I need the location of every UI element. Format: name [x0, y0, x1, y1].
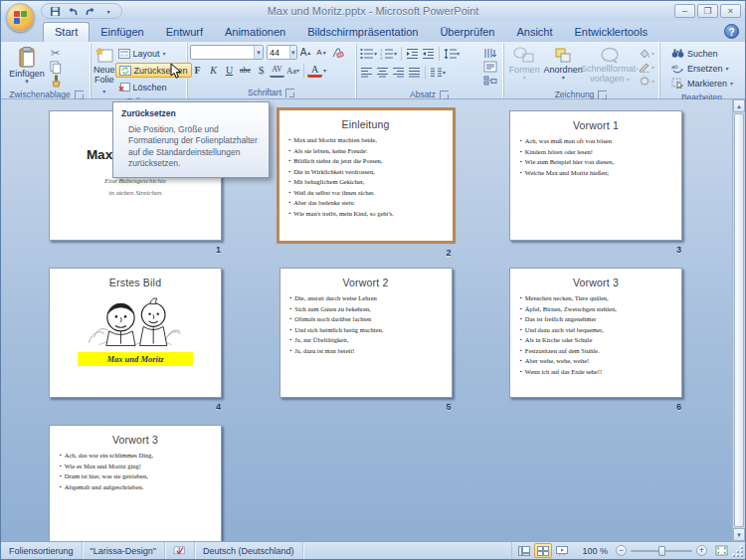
replace-button[interactable]: ab Ersetzen▾ — [668, 61, 736, 76]
italic-button[interactable]: K — [206, 63, 221, 78]
grow-font-button[interactable]: A▲ — [298, 45, 313, 60]
slide-thumbnail-4[interactable]: Erstes Bild Max und Moritz — [49, 268, 222, 398]
underline-button[interactable]: U — [222, 63, 237, 78]
bullet-text: Wie es Max und Moritz ging! — [65, 462, 141, 472]
slide-sorter-view-button[interactable] — [534, 543, 552, 558]
bold-button[interactable]: F — [190, 63, 205, 78]
font-color-button[interactable]: A — [307, 63, 322, 78]
drawing-dialog-launcher[interactable] — [598, 91, 607, 99]
office-logo-icon — [14, 11, 27, 24]
slide-bullet-list: ▪Die, anstatt durch weise Lehren▪Sich zu… — [280, 288, 452, 356]
bullet-text: Und sich heimlich lustig machten. — [294, 325, 383, 336]
new-slide-button[interactable]: Neue Folie ▾ — [93, 45, 115, 95]
slide-thumbnail-5[interactable]: Vorwort 2▪Die, anstatt durch weise Lehre… — [280, 268, 453, 398]
office-button[interactable] — [6, 3, 35, 32]
tab-einfgen[interactable]: Einfügen — [90, 23, 154, 42]
find-button[interactable]: Suchen — [668, 46, 736, 61]
bullet-text: Aber das bedenke stets: — [293, 198, 355, 209]
bullet-text: Ja, zur Übeltätigkeit, — [294, 335, 348, 346]
bullet-text: Welche Max und Moritz hießen; — [525, 168, 609, 179]
line-spacing-button[interactable]: ▾ — [443, 46, 461, 61]
bullet-icon: ▪ — [520, 335, 522, 346]
layout-button[interactable]: Layout▾ — [115, 46, 192, 61]
paragraph-dialog-launcher[interactable] — [440, 91, 449, 99]
slide-title: Erstes Bild — [50, 277, 221, 288]
vertical-scrollbar[interactable]: ▲ ▼ — [732, 99, 745, 541]
strikethrough-button[interactable]: abc — [238, 63, 253, 78]
chevron-down-icon[interactable]: ▾ — [323, 67, 326, 74]
tab-animationen[interactable]: Animationen — [214, 23, 296, 42]
scroll-up-icon[interactable]: ▲ — [733, 99, 745, 112]
bullet-icon: ▪ — [289, 135, 291, 146]
text-shadow-button[interactable]: S — [254, 63, 269, 78]
tab-berprfen[interactable]: Überprüfen — [429, 23, 505, 42]
chevron-down-icon[interactable]: ▼ — [289, 46, 296, 59]
delete-slide-button[interactable]: Löschen — [115, 80, 192, 94]
shape-outline-button[interactable]: ▾ — [638, 60, 655, 74]
character-spacing-button[interactable]: AV — [270, 63, 284, 78]
slide-thumbnail-3[interactable]: Vorwort 1▪Ach, was muß man oft von bösen… — [509, 110, 682, 241]
shape-fill-button[interactable]: ▾ — [638, 46, 655, 60]
paste-button[interactable]: Einfügen ▼ — [6, 45, 48, 89]
bullet-icon: ▪ — [289, 209, 291, 220]
restore-button[interactable]: ❐ — [697, 4, 718, 18]
slideshow-view-button[interactable] — [553, 543, 571, 558]
zoom-out-button[interactable]: − — [616, 545, 627, 556]
fit-to-window-button[interactable] — [713, 544, 729, 558]
tab-bildschirmprsentation[interactable]: Bildschirmpräsentation — [296, 23, 429, 42]
format-painter-icon[interactable] — [48, 74, 63, 88]
clear-formatting-button[interactable] — [330, 45, 345, 60]
window-controls: – ❐ × — [674, 4, 745, 18]
increase-indent-button[interactable] — [421, 46, 436, 61]
shrink-font-button[interactable]: A▼ — [314, 45, 329, 60]
slide-thumbnail-6[interactable]: Vorwort 3▪Menschen necken, Tiere quälen,… — [509, 268, 682, 398]
status-view-mode[interactable]: Foliensortierung — [1, 542, 83, 559]
resize-grip[interactable] — [733, 542, 745, 559]
tab-entwicklertools[interactable]: Entwicklertools — [564, 23, 658, 42]
tab-entwurf[interactable]: Entwurf — [155, 23, 214, 42]
font-dialog-launcher[interactable] — [285, 89, 294, 97]
clipboard-dialog-launcher[interactable] — [75, 91, 84, 99]
zoom-percent[interactable]: 100 % — [574, 546, 616, 556]
decrease-indent-button[interactable] — [405, 46, 420, 61]
status-design-name[interactable]: "Larissa-Design" — [83, 542, 165, 559]
status-spellcheck[interactable] — [165, 542, 195, 559]
scrollbar-thumb[interactable] — [734, 113, 744, 527]
arrange-button[interactable]: Anordnen ▾ — [542, 45, 584, 89]
align-center-button[interactable] — [375, 65, 390, 80]
zoom-track[interactable] — [631, 550, 692, 552]
numbering-button[interactable]: 123▾ — [379, 46, 398, 61]
quick-styles-button[interactable]: Schnellformat- vorlagen ▾ — [584, 45, 636, 89]
chevron-down-icon[interactable]: ▼ — [254, 46, 263, 59]
slide-thumbnail-7[interactable]: Vorwort 3▪Ach, das war ein schlimmes Din… — [49, 425, 222, 541]
align-text-button[interactable] — [481, 60, 499, 74]
scroll-down-icon[interactable]: ▼ — [733, 528, 745, 541]
justify-button[interactable] — [407, 65, 422, 80]
minimize-button[interactable]: – — [674, 4, 695, 18]
change-case-button[interactable]: Aa▾ — [285, 63, 300, 78]
zoom-thumb[interactable] — [658, 546, 665, 556]
zoom-in-button[interactable]: + — [696, 545, 707, 556]
tab-ansicht[interactable]: Ansicht — [505, 23, 563, 42]
columns-button[interactable]: ▾ — [429, 65, 447, 80]
tab-start[interactable]: Start — [43, 22, 90, 42]
slide-thumbnail-2[interactable]: Einleitung▪Max und Moritz machten beide,… — [280, 110, 453, 241]
bullets-button[interactable]: ▾ — [359, 46, 378, 61]
help-icon[interactable]: ? — [724, 24, 739, 39]
shapes-button[interactable]: Formen ▾ — [506, 45, 542, 89]
align-left-button[interactable] — [359, 65, 374, 80]
font-size-input[interactable] — [268, 48, 289, 58]
convert-to-smartart-button[interactable] — [481, 74, 499, 88]
copy-icon[interactable] — [48, 60, 63, 74]
align-right-button[interactable] — [391, 65, 406, 80]
font-size-combo[interactable]: ▼ — [267, 45, 297, 60]
close-button[interactable]: × — [720, 4, 741, 18]
font-name-combo[interactable]: ▼ — [190, 45, 264, 60]
font-name-input[interactable] — [191, 48, 254, 58]
text-direction-button[interactable] — [481, 46, 499, 60]
shape-effects-button[interactable]: ▾ — [638, 74, 655, 88]
select-button[interactable]: Markieren▾ — [668, 76, 736, 91]
cut-icon[interactable]: ✂ — [48, 46, 63, 60]
status-language[interactable]: Deutsch (Deutschland) — [195, 542, 303, 559]
normal-view-button[interactable] — [515, 543, 533, 558]
